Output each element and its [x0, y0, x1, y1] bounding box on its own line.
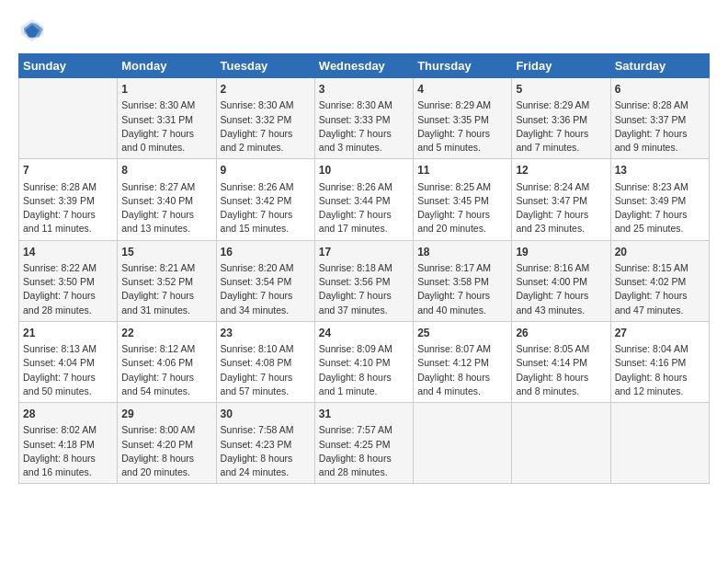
day-info-line: Sunrise: 8:29 AM [417, 98, 507, 112]
day-number: 19 [516, 245, 606, 260]
day-info-line: Daylight: 7 hours [121, 127, 211, 141]
day-info-line: Daylight: 7 hours [417, 289, 507, 303]
day-info-line: Daylight: 8 hours [516, 371, 606, 385]
calendar-cell: 16Sunrise: 8:20 AMSunset: 3:54 PMDayligh… [216, 240, 314, 321]
day-info-line: and 15 minutes. [221, 222, 311, 236]
day-info-line: Sunset: 3:37 PM [615, 113, 705, 127]
day-info-line: Sunset: 4:06 PM [121, 356, 211, 370]
calendar-cell: 15Sunrise: 8:21 AMSunset: 3:52 PMDayligh… [118, 240, 216, 321]
day-info-line: Daylight: 7 hours [121, 371, 211, 385]
day-number: 13 [615, 163, 705, 178]
day-info-line: Sunset: 4:02 PM [615, 275, 705, 289]
calendar-cell: 25Sunrise: 8:07 AMSunset: 4:12 PMDayligh… [414, 321, 512, 402]
day-number: 29 [121, 407, 211, 422]
day-number: 22 [121, 326, 211, 341]
day-info-line: Daylight: 7 hours [221, 289, 311, 303]
calendar-cell: 6Sunrise: 8:28 AMSunset: 3:37 PMDaylight… [610, 78, 709, 159]
day-number: 6 [615, 82, 705, 98]
day-info-line: Sunset: 3:56 PM [319, 275, 409, 289]
day-number: 30 [221, 407, 311, 422]
calendar-cell: 26Sunrise: 8:05 AMSunset: 4:14 PMDayligh… [512, 321, 610, 402]
calendar-cell [19, 78, 118, 159]
day-info-line: Sunrise: 7:57 AM [319, 423, 409, 437]
calendar-cell: 27Sunrise: 8:04 AMSunset: 4:16 PMDayligh… [610, 321, 709, 402]
day-info-line: and 7 minutes. [516, 141, 606, 155]
day-info-line: Daylight: 7 hours [615, 127, 705, 141]
day-info-line: Daylight: 8 hours [23, 452, 113, 465]
day-info-line: Sunrise: 8:26 AM [221, 180, 311, 194]
day-info-line: Daylight: 7 hours [516, 127, 606, 141]
logo [18, 17, 50, 44]
day-info-line: Sunset: 3:36 PM [516, 113, 606, 127]
day-info-line: Daylight: 8 hours [319, 371, 409, 385]
day-info-line: and 43 minutes. [516, 304, 606, 317]
day-info-line: Sunrise: 8:17 AM [417, 261, 507, 275]
day-info-line: Daylight: 8 hours [121, 452, 211, 465]
calendar-week-row: 14Sunrise: 8:22 AMSunset: 3:50 PMDayligh… [19, 240, 710, 321]
day-info-line: and 1 minute. [319, 385, 409, 398]
day-info-line: Daylight: 8 hours [221, 452, 311, 465]
day-info-line: Daylight: 7 hours [615, 208, 705, 222]
day-info-line: and 12 minutes. [615, 385, 705, 398]
day-info-line: Daylight: 7 hours [319, 208, 409, 222]
day-info-line: Daylight: 7 hours [615, 289, 705, 303]
day-info-line: Sunrise: 8:13 AM [23, 342, 113, 356]
day-info-line: Daylight: 7 hours [221, 371, 311, 385]
calendar-week-row: 7Sunrise: 8:28 AMSunset: 3:39 PMDaylight… [19, 159, 710, 240]
calendar-cell: 29Sunrise: 8:00 AMSunset: 4:20 PMDayligh… [118, 403, 216, 484]
day-number: 28 [23, 407, 113, 422]
calendar-cell: 5Sunrise: 8:29 AMSunset: 3:36 PMDaylight… [512, 78, 610, 159]
day-info-line: Sunset: 4:10 PM [319, 356, 409, 370]
day-info-line: Sunrise: 8:21 AM [121, 261, 211, 275]
calendar-week-row: 21Sunrise: 8:13 AMSunset: 4:04 PMDayligh… [19, 321, 710, 402]
day-info-line: Sunrise: 8:30 AM [221, 98, 311, 112]
day-info-line: Sunset: 3:45 PM [417, 194, 507, 208]
day-number: 17 [319, 245, 409, 260]
day-info-line: Sunset: 3:33 PM [319, 113, 409, 127]
day-info-line: Daylight: 8 hours [417, 371, 507, 385]
day-info-line: Sunset: 4:25 PM [319, 438, 409, 452]
day-info-line: Sunset: 3:31 PM [121, 113, 211, 127]
calendar-cell: 4Sunrise: 8:29 AMSunset: 3:35 PMDaylight… [414, 78, 512, 159]
day-info-line: Sunset: 4:08 PM [221, 356, 311, 370]
day-info-line: Sunrise: 8:20 AM [221, 261, 311, 275]
calendar-header-row: Sunday Monday Tuesday Wednesday Thursday… [19, 54, 710, 78]
day-info-line: Sunrise: 8:09 AM [319, 342, 409, 356]
day-info-line: Sunrise: 8:07 AM [417, 342, 507, 356]
day-info-line: and 50 minutes. [23, 385, 113, 398]
day-info-line: Sunset: 3:50 PM [23, 275, 113, 289]
day-info-line: Sunset: 4:23 PM [221, 438, 311, 452]
calendar-cell: 28Sunrise: 8:02 AMSunset: 4:18 PMDayligh… [19, 403, 118, 484]
day-info-line: and 0 minutes. [121, 141, 211, 155]
day-info-line: Daylight: 7 hours [319, 289, 409, 303]
calendar-cell: 9Sunrise: 8:26 AMSunset: 3:42 PMDaylight… [216, 159, 314, 240]
col-monday: Monday [118, 54, 216, 78]
day-info-line: Sunset: 4:20 PM [121, 438, 211, 452]
day-info-line: and 54 minutes. [121, 385, 211, 398]
day-info-line: Daylight: 7 hours [221, 208, 311, 222]
day-info-line: Daylight: 7 hours [121, 208, 211, 222]
day-info-line: Sunset: 3:54 PM [221, 275, 311, 289]
day-number: 24 [319, 326, 409, 341]
day-info-line: and 17 minutes. [319, 222, 409, 236]
day-number: 16 [221, 245, 311, 260]
day-info-line: and 8 minutes. [516, 385, 606, 398]
day-info-line: and 2 minutes. [221, 141, 311, 155]
day-info-line: and 28 minutes. [319, 465, 409, 479]
day-info-line: and 31 minutes. [121, 304, 211, 317]
day-info-line: Daylight: 7 hours [23, 208, 113, 222]
day-info-line: and 57 minutes. [221, 385, 311, 398]
calendar-cell: 18Sunrise: 8:17 AMSunset: 3:58 PMDayligh… [414, 240, 512, 321]
day-info-line: and 20 minutes. [121, 465, 211, 479]
day-info-line: and 3 minutes. [319, 141, 409, 155]
day-number: 14 [23, 245, 113, 260]
calendar-cell: 14Sunrise: 8:22 AMSunset: 3:50 PMDayligh… [19, 240, 118, 321]
day-number: 31 [319, 407, 409, 422]
calendar-cell [414, 403, 512, 484]
day-info-line: and 24 minutes. [221, 465, 311, 479]
day-info-line: Sunrise: 8:26 AM [319, 180, 409, 194]
day-number: 25 [417, 326, 507, 341]
day-info-line: and 40 minutes. [417, 304, 507, 317]
day-number: 23 [221, 326, 311, 341]
calendar-cell: 7Sunrise: 8:28 AMSunset: 3:39 PMDaylight… [19, 159, 118, 240]
